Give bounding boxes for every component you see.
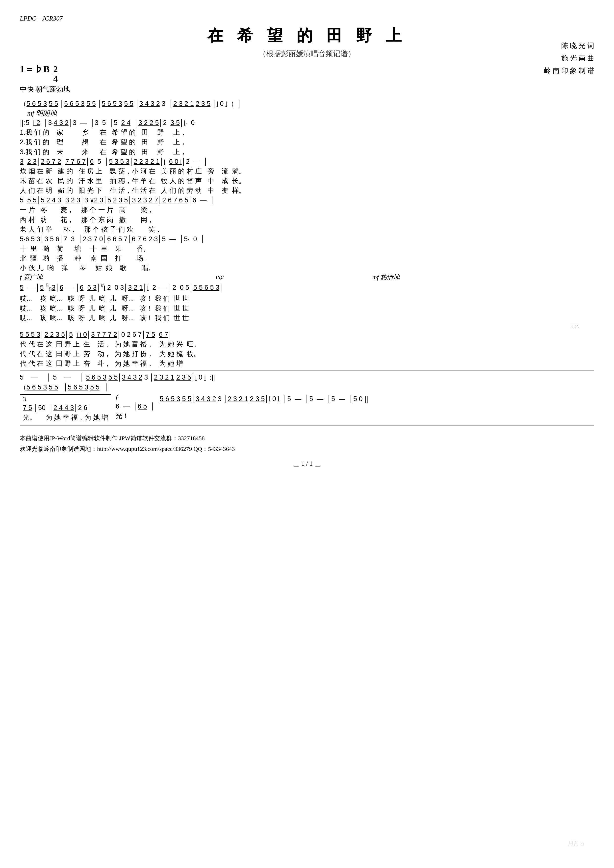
section2-lyrics3: 人 们 在 明 媚 的 阳 光 下 生 活，生 活 在 人 们 的 劳 动 中 … <box>20 186 594 195</box>
section6-lyrics1: 代 代 在 这 田 野 上 生 活， 为 她 富 裕， 为 她 兴 旺。 <box>20 339 594 349</box>
watermark: HE o <box>568 839 584 848</box>
repeat-bracket: 1.2. <box>570 323 579 330</box>
ending3-lyrics: 光。 为 她 幸 福，为 她 增 <box>23 413 108 422</box>
lyricist: 陈 晓 光 词 <box>544 40 594 52</box>
ending-mid-notation: 6 — │6 5 │ <box>116 401 155 411</box>
section3-lyrics3: 老 人 们 举 杯， 那 个 孩 子 们 欢 笑， <box>20 225 594 234</box>
page: LPDC—JCR307 在 希 望 的 田 野 上 陈 晓 光 词 施 光 南 … <box>20 15 594 468</box>
footer-line2: 欢迎光临岭南印象制谱园地：http://www.qupu123.com/spac… <box>20 444 594 454</box>
section6-notation: 5 5 5 3│2 2 3 5│5 i i 0│3 7 7 7 2│0 2 6 … <box>20 330 594 339</box>
section3-lyrics2: 西 村 纺 花， 那 个 东 岗 撒 网， <box>20 215 594 225</box>
footer-divider <box>20 425 594 426</box>
section2-notation: 3 2 3│2 6 7 2│7 7 6 7│6 5 │5 3 5 3│2 2 3… <box>20 157 594 166</box>
ending-right-notation: 5 6 5 3 5 5│3 4 3 2 3 │2 3 2 1 2 3 5│i 0… <box>160 394 368 404</box>
main-title: 在 希 望 的 田 野 上 <box>207 27 407 44</box>
composer: 施 光 南 曲 <box>544 52 594 64</box>
section1-lyrics2: 2.我 们 的 理 想 在 希 望 的 田 野 上， <box>20 137 594 147</box>
section5-notation: 5 — │5 553│6 — │6 6 3│#i 2 0 3│3 2 1│i 2… <box>20 282 594 294</box>
section7-notation: 5 — │ 5 — │ 5 6 5 3 5 5│3 4 3 2 3 │2 3 2… <box>20 373 594 382</box>
section7-sub: （5 6 5 3 5 5 │5 6 5 3 5 5 │ <box>20 383 594 392</box>
section4-lyrics2: 北 疆 哟 播 种 南 国 打 场。 <box>20 254 594 263</box>
section5-lyrics2: 哎... 咳 哟... 咳 呀 儿 哟 儿 呀... 咳！ 我 们 世 世 <box>20 304 594 313</box>
section2-lyrics1: 炊 烟 在 新 建 的 住 房 上 飘 荡，小 河 在 美 丽 的 村 庄 旁 … <box>20 166 594 176</box>
author-block: 陈 晓 光 词 施 光 南 曲 岭 南 印 象 制 谱 <box>544 40 594 77</box>
footer-line1: 本曲谱使用JP-Word简谱编辑软件制作 JPW简谱软件交流群：33271845… <box>20 433 594 444</box>
page-number: ＿ 1 / 1 ＿ <box>20 459 594 468</box>
section3-lyrics1: 一 片 冬 麦， 那 个 一 片 高 梁， <box>20 205 594 215</box>
section4-lyrics1: 十 里 哟 荷 塘 十 里 果 香。 <box>20 244 594 254</box>
ending3-notation: 7 5·│50 │2 4 4 3│2 6│ <box>23 403 108 413</box>
key-signature: 1＝♭B 2 4 <box>20 63 59 83</box>
subtitle: （根据彭丽媛演唱音频记谱） <box>20 49 594 59</box>
time-signature: 2 4 <box>52 65 59 83</box>
section5-lyrics3: 哎... 咳 哟... 咳 呀 儿 哟 儿 呀... 咳！ 我 们 世 世 <box>20 313 594 323</box>
dynamic-mf: mf 明朗地 <box>27 108 594 118</box>
section4-lyrics3: 小 伙 儿 哟 弹 琴 姑 娘 歌 唱。 <box>20 263 594 273</box>
footer: 本曲谱使用JP-Word简谱编辑软件制作 JPW简谱软件交流群：33271845… <box>20 433 594 454</box>
section4-notation: 5·6 5 3│3 5 6│7 3 │2·3 7 0│6 6 5 7│6 7 6… <box>20 234 594 244</box>
section1-notation: ‖:5 i 2 │3·4 3 2│3 — │3 5 │5 2 4 │3 2 2 … <box>20 118 594 128</box>
section1-lyrics3: 3.我 们 的 未 来 在 希 望 的 田 野 上， <box>20 147 594 157</box>
key-time-row: 1＝♭B 2 4 <box>20 63 594 83</box>
intro-line: （5 6 5 3 5 5 │5 6 5 3 5 5 │5 6 5 3 5 5 │… <box>20 99 594 108</box>
score-code: LPDC—JCR307 <box>20 15 594 22</box>
ending-mid-lyrics: 光！ <box>116 411 155 421</box>
section5-lyrics1: 哎... 咳 哟... 咳 呀 儿 哟 儿 呀... 咳！ 我 们 世 世 <box>20 294 594 303</box>
dynamics-row: f 宽广地 mp mf 热情地 <box>20 273 594 282</box>
notator: 岭 南 印 象 制 谱 <box>544 65 594 77</box>
section6-lyrics3: 代 代 在 这 田 野 上 奋 斗， 为 她 幸 福， 为 她 增 <box>20 359 594 369</box>
section3-notation: 5 5 5│5 2 4 3│3 2 3│3 ∨2 3│5 2 3 5│3 2 3… <box>20 195 594 205</box>
section6-lyrics2: 代 代 在 这 田 野 上 劳 动， 为 她 打 扮， 为 她 梳 妆。 <box>20 349 594 359</box>
score-content: （5 6 5 3 5 5 │5 6 5 3 5 5 │5 6 5 3 5 5 │… <box>20 99 594 423</box>
section1-lyrics1: 1.我 们 的 家 乡 在 希 望 的 田 野 上， <box>20 128 594 137</box>
ending-section: 3. 7 5·│50 │2 4 4 3│2 6│ 光。 为 她 幸 福，为 她 … <box>20 394 594 423</box>
section2-lyrics2: 禾 苗 在 农 民 的 汗 水 里 抽 穗，牛 羊 在 牧 人 的 笛 声 中 … <box>20 176 594 186</box>
tempo-marking: 中快 朝气蓬勃地 <box>20 85 594 94</box>
